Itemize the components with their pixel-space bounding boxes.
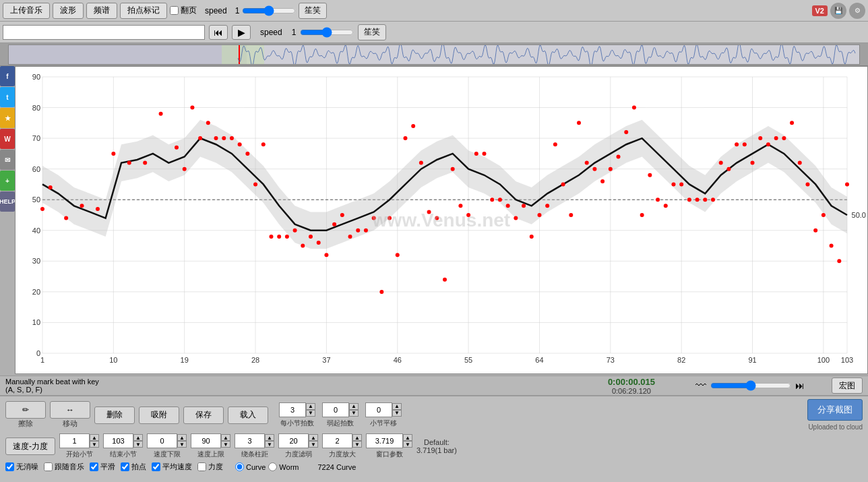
speed-force-button[interactable]: 速度-力度 [5,438,55,455]
save-icon[interactable]: 💾 [830,3,846,19]
curve-radio-input[interactable] [235,462,244,471]
time-display-group: 0:00:00.015 0:06:29.120 [608,377,655,395]
beat-checkbox-input[interactable] [121,462,129,471]
force-amp-spinner[interactable]: ▲ ▼ [322,433,362,448]
per-bar-beats-up[interactable]: ▲ [306,403,315,410]
window-param-up[interactable]: ▲ [403,434,412,441]
force-amp-input[interactable] [322,433,352,448]
avg-speed-checkbox-input[interactable] [152,462,160,471]
smooth-checkbox-input[interactable] [90,462,98,471]
bar-width-up[interactable]: ▲ [265,434,274,441]
start-bar-up[interactable]: ▲ [90,434,99,441]
prev-button[interactable]: ⏮ [209,25,228,40]
upload-button[interactable]: 上传音乐 [3,3,50,19]
twitter-button[interactable]: t [0,87,15,107]
beat-mark-button[interactable]: 拍点标记 [120,3,167,19]
speed-floor-input[interactable] [147,433,177,448]
move-button[interactable]: ↔ [50,401,90,419]
speed-slider[interactable] [242,5,296,16]
follow-checkbox-input[interactable] [44,462,53,471]
bar-shift-spinner[interactable]: ▲ ▼ [365,402,402,417]
window-param-spinner[interactable]: ▲ ▼ [366,433,412,448]
delete-button[interactable]: 删除 [94,406,135,424]
mute-checkbox-input[interactable] [5,462,14,471]
force-filter-up[interactable]: ▲ [309,434,318,441]
speed-ceil-input[interactable] [191,433,221,448]
speed-ceil-spinner[interactable]: ▲ ▼ [191,433,230,448]
force-checkbox-input[interactable] [197,462,206,471]
notation-button-2[interactable]: 笙笑 [358,24,386,40]
force-filter-input[interactable] [278,433,309,448]
force-filter-down[interactable]: ▼ [309,441,318,448]
smooth-checkbox[interactable]: 平滑 [90,462,115,472]
bar-width-spinner[interactable]: ▲ ▼ [235,433,274,448]
save-button[interactable]: 保存 [183,406,224,424]
follow-checkbox[interactable]: 跟随音乐 [44,462,84,472]
attach-button[interactable]: 吸附 [139,406,179,424]
bar-shift-up[interactable]: ▲ [392,403,402,410]
speed-ceil-up[interactable]: ▲ [221,434,230,441]
worm-radio-input[interactable] [268,462,277,471]
force-filter-spinner[interactable]: ▲ ▼ [278,433,318,448]
volume-control: 〰 ⏭ [695,380,805,392]
flip-checkbox-input[interactable] [170,6,179,15]
pickup-beats-input[interactable] [322,402,349,417]
flip-checkbox[interactable]: 翻页 [170,5,197,16]
settings-icon[interactable]: ⚙ [849,3,865,19]
load-button[interactable]: 载入 [228,406,268,424]
force-checkbox[interactable]: 力度 [197,462,223,472]
avg-speed-label: 平均速度 [162,462,192,472]
bar-width-input[interactable] [235,433,265,448]
erase-button[interactable]: ✏ [5,401,46,419]
avg-speed-checkbox[interactable]: 平均速度 [152,462,192,472]
notation-button[interactable]: 笙笑 [299,3,327,19]
curve-radio[interactable]: Curve [235,462,266,471]
force-amp-down[interactable]: ▼ [352,441,362,448]
share-button[interactable]: 分享截图 [807,399,863,421]
speed-slider-2[interactable] [300,27,354,38]
spectrum-button[interactable]: 频谱 [86,3,117,19]
waveform-button[interactable]: 波形 [53,3,84,19]
pickup-beats-spinner[interactable]: ▲ ▼ [322,402,359,417]
per-bar-beats-down[interactable]: ▼ [306,410,315,417]
window-param-down[interactable]: ▼ [403,441,412,448]
bar-shift-down[interactable]: ▼ [392,410,402,417]
pickup-beats-up[interactable]: ▲ [349,403,359,410]
end-bar-spinner[interactable]: ▲ ▼ [103,433,143,448]
star-button[interactable]: ★ [0,108,15,128]
speed-floor-spinner[interactable]: ▲ ▼ [147,433,187,448]
help-button[interactable]: HELP [0,191,15,212]
main-chart-canvas[interactable] [16,67,867,373]
mute-checkbox[interactable]: 无消噪 [5,462,38,472]
speed-floor-down[interactable]: ▼ [177,441,187,448]
beat-label: 拍点 [131,462,146,472]
bar-shift-input[interactable] [365,402,392,417]
play-button[interactable]: ▶ [232,25,251,40]
pickup-beats-down[interactable]: ▼ [349,410,359,417]
start-bar-input[interactable] [59,433,90,448]
plus-button[interactable]: + [0,171,15,191]
bar-width-down[interactable]: ▼ [265,441,274,448]
end-bar-input[interactable] [103,433,133,448]
force-amp-arrows: ▲ ▼ [352,434,362,448]
per-bar-beats-spinner[interactable]: ▲ ▼ [279,402,315,417]
speed-floor-up[interactable]: ▲ [177,434,187,441]
worm-radio[interactable]: Worm [268,462,299,471]
facebook-button[interactable]: f [0,66,15,86]
speed-ceil-down[interactable]: ▼ [221,441,230,448]
macro-button[interactable]: 宏图 [832,378,863,394]
per-bar-beats-input[interactable] [279,402,306,417]
window-param-input[interactable] [366,433,403,448]
end-bar-up[interactable]: ▲ [133,434,143,441]
email-button[interactable]: ✉ [0,150,15,170]
song-title-input[interactable]: Mikhail Pletnev – January_ At The Firesi… [3,25,205,40]
waveform-container[interactable] [8,44,860,65]
bar-shift-col: ▲ ▼ 小节平移 [365,402,402,428]
weibo-button[interactable]: W [0,129,15,149]
volume-slider[interactable] [710,380,791,391]
beat-checkbox[interactable]: 拍点 [121,462,146,472]
start-bar-down[interactable]: ▼ [90,441,99,448]
end-bar-down[interactable]: ▼ [133,441,143,448]
start-bar-spinner[interactable]: ▲ ▼ [59,433,99,448]
force-amp-up[interactable]: ▲ [352,434,362,441]
